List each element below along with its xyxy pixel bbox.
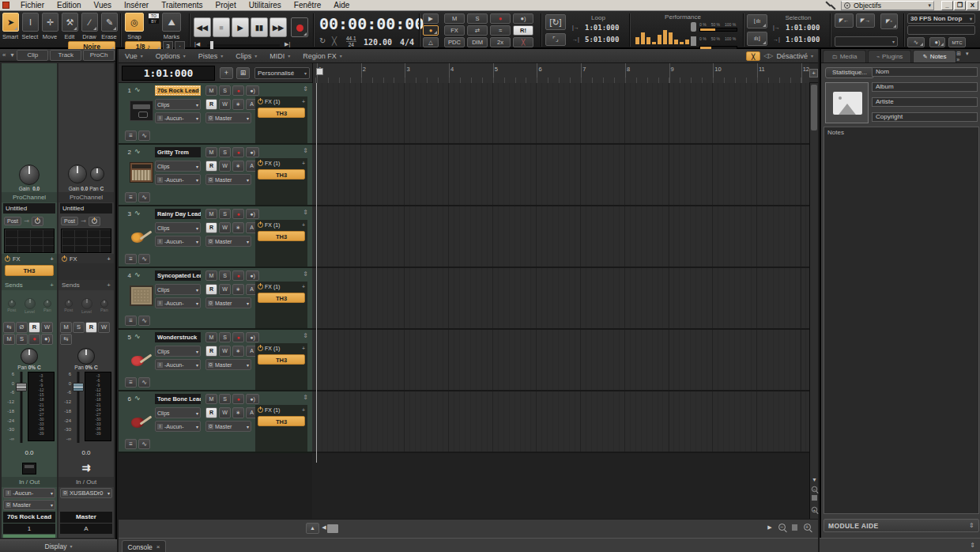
fx-global-button[interactable]: FX — [444, 25, 465, 36]
eq-graph[interactable] — [4, 229, 55, 253]
envelope-mode-button[interactable]: ╳ — [746, 51, 760, 61]
output-dropdown[interactable]: OMaster▾ — [205, 236, 251, 247]
fx-bin[interactable]: FX (1) + TH3 — [255, 343, 307, 390]
track-header[interactable]: 4 ∿ Syncopated Lead M S ● ●) ⇕ Clips▾ R … — [119, 268, 312, 330]
menu-vues[interactable]: Vues — [88, 0, 118, 11]
read-button[interactable]: R — [85, 322, 97, 333]
preset-field[interactable]: Untitled — [60, 203, 112, 214]
selection-end[interactable]: 1:01:000 — [786, 36, 820, 43]
clip-lane[interactable] — [312, 206, 809, 268]
track-name[interactable]: Tone Bone Lead — [155, 394, 201, 404]
minimize-button[interactable]: _ — [941, 1, 953, 10]
tab-proch[interactable]: ProCh — [83, 50, 115, 61]
fx-plugin-chip[interactable]: TH3 — [258, 416, 305, 426]
clips-dropdown[interactable]: Clips▾ — [155, 407, 201, 418]
playhead[interactable] — [316, 83, 317, 463]
clips-dropdown[interactable]: Clips▾ — [155, 346, 201, 357]
read-button[interactable]: R — [205, 222, 217, 233]
tab-plugins[interactable]: ⌁Plugins — [868, 50, 911, 62]
v-zoom-in-button[interactable]: + — [810, 505, 819, 514]
marker-add-button[interactable]: ◤▫ — [880, 13, 898, 29]
record-arm-button[interactable]: ● — [490, 13, 511, 24]
loop-select-button[interactable]: ⌜⌟ — [545, 33, 566, 46]
scroll-left-icon[interactable]: ◀ — [321, 523, 327, 534]
punch-in-button[interactable]: ⌊ılı — [747, 14, 767, 28]
monitor-button[interactable]: ●) — [246, 270, 259, 281]
automation-lane-button[interactable]: ∿ — [138, 316, 150, 326]
v-zoom-slider[interactable] — [810, 494, 819, 503]
fx-add-icon[interactable]: + — [302, 407, 305, 413]
solo-button[interactable]: S — [219, 332, 231, 342]
time-sig-display[interactable]: 4/4 — [400, 38, 414, 47]
menu-inserer[interactable]: Insérer — [118, 0, 155, 11]
erase-tool-button[interactable]: ✎ — [101, 13, 118, 32]
automation-lane-button[interactable]: ∿ — [138, 192, 150, 202]
track-name[interactable]: Gritty Trem — [155, 147, 201, 157]
record-arm-button[interactable]: ● — [232, 85, 244, 96]
volume-fader[interactable]: 60 -6-12 -18-24 -30-∞ -3 -6 -9 -12 -15 -… — [2, 370, 57, 449]
statistics-button[interactable]: Statistique... — [825, 67, 874, 78]
solo-all-button[interactable]: S — [467, 13, 488, 24]
input-echo-button[interactable]: ⇆ — [3, 322, 15, 333]
solo-button[interactable]: S — [219, 209, 231, 219]
clip-lane[interactable] — [312, 391, 809, 453]
fx-power-icon[interactable] — [258, 99, 263, 104]
record-arm-button[interactable]: ● — [28, 334, 40, 345]
io-button[interactable]: ⇄ — [467, 25, 488, 36]
track-header[interactable]: 2 ∿ Gritty Trem M S ● ●) ⇕ Clips▾ R W ∗ … — [119, 145, 312, 206]
fx-add-icon[interactable]: + — [302, 161, 305, 166]
automation-lane-button[interactable]: ∿ — [138, 254, 150, 264]
monitor-button[interactable]: ●) — [246, 85, 259, 96]
solo-button[interactable]: S — [73, 322, 85, 333]
track-icon[interactable] — [130, 100, 153, 121]
output-dropdown[interactable]: OMaster▾ — [205, 174, 251, 185]
menu-pistes[interactable]: Pistes▾ — [192, 52, 230, 60]
mute-button[interactable]: M — [205, 332, 217, 342]
fx-bin[interactable]: FX (1) + TH3 — [255, 405, 307, 452]
playhead-handle[interactable] — [316, 68, 323, 75]
close-button[interactable]: X — [967, 1, 978, 10]
play-button[interactable]: ▶ — [232, 17, 249, 37]
smpte-field[interactable] — [907, 25, 975, 35]
go-start-button[interactable]: |◀ — [194, 41, 200, 47]
fx-power-icon[interactable] — [258, 407, 263, 413]
dock-icons[interactable]: ⊞ ▾ » — [956, 51, 980, 62]
input-echo-button[interactable]: ⇆ — [60, 334, 72, 345]
fx-bin[interactable]: TH3 — [2, 263, 57, 280]
track-icon[interactable] — [130, 162, 153, 183]
expand-track-icon[interactable]: ⇕ — [303, 209, 308, 216]
fx-power-icon[interactable] — [258, 161, 263, 166]
monitor-button[interactable]: ●) — [246, 147, 259, 157]
mute-button[interactable]: M — [205, 209, 217, 219]
mute-speaker-button[interactable]: ╳ — [513, 37, 533, 47]
menu-region-fx[interactable]: Region FX▾ — [296, 52, 349, 60]
monitor-button[interactable]: ●) — [513, 13, 533, 24]
h-zoom-in-button[interactable]: + — [801, 523, 812, 534]
input-dropdown[interactable]: I-Aucun-▾ — [155, 112, 201, 123]
collapse-tracks-button[interactable]: ▲ — [306, 523, 319, 534]
loop-start[interactable]: 1:01:000 — [585, 24, 619, 32]
io-header[interactable]: In / Out — [2, 477, 57, 487]
help-module-bar[interactable]: MODULE AIDE⇕ — [824, 519, 979, 532]
tab-notes[interactable]: ✎Notes — [913, 50, 956, 62]
expand-track-icon[interactable]: ⇕ — [303, 85, 308, 93]
pan-knob[interactable] — [21, 348, 38, 365]
menu-clips[interactable]: Clips▾ — [229, 52, 263, 60]
zoom-preset-dropdown[interactable]: Personnalisé▾ — [254, 67, 310, 79]
marks-button[interactable]: ⛰ — [162, 13, 181, 32]
clips-dropdown[interactable]: Clips▾ — [155, 284, 201, 295]
chevron-down-icon[interactable]: ▾ — [8, 51, 16, 59]
expand-track-icon[interactable]: ⇕ — [303, 332, 308, 339]
track-manager-button[interactable]: ⊞ — [236, 67, 250, 79]
play-list-button[interactable]: ▶ — [423, 13, 439, 24]
input-dropdown[interactable]: I-Aucun-▾ — [155, 421, 201, 432]
automation-collapse-button[interactable]: ≡ — [125, 316, 137, 326]
menu-aide[interactable]: Aide — [327, 0, 356, 11]
freeze-button[interactable]: ∗ — [232, 161, 244, 172]
close-icon[interactable]: × — [156, 543, 160, 550]
draw-tool-button[interactable]: ∕ — [81, 13, 98, 32]
menu-fenetre[interactable]: Fenêtre — [288, 0, 327, 11]
input-dropdown[interactable]: I-Aucun-▾ — [155, 236, 201, 247]
track-icon[interactable] — [130, 224, 153, 244]
write-button[interactable]: W — [219, 99, 231, 110]
